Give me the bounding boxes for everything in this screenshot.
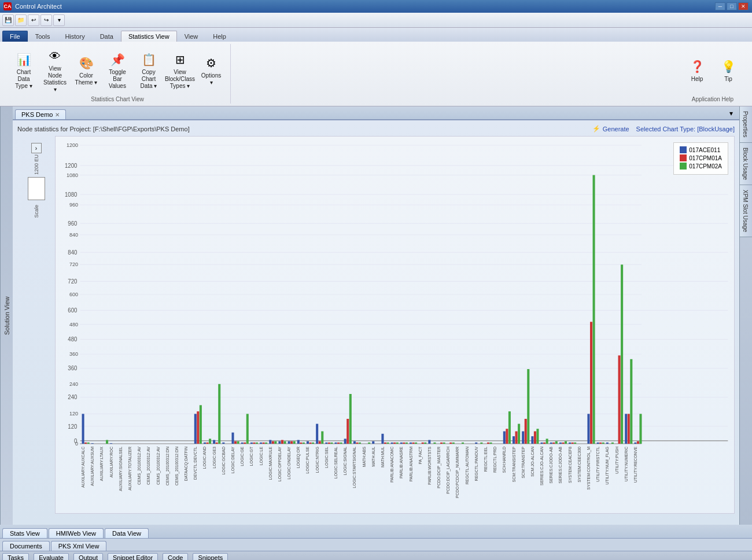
generate-button[interactable]: ⚡ Generate xyxy=(592,125,629,132)
main-area: Solution View PKS Demo ✕ ▾ Node statisti… xyxy=(0,106,752,525)
xpm-slot-usage-tab[interactable]: XPM Slot Usage xyxy=(740,185,752,237)
copy-chart-data-icon: 📋 xyxy=(139,50,158,69)
stats-view-tab[interactable]: Stats View xyxy=(2,528,47,538)
window-controls: ─ □ ✕ xyxy=(715,2,749,10)
scale-label: Scale xyxy=(34,205,39,218)
quick-access-toolbar: 💾 📁 ↩ ↪ ▾ xyxy=(0,13,752,28)
view-block-class-button[interactable]: ⊞ View Block/ClassTypes ▾ xyxy=(165,49,194,91)
solution-view-sidebar[interactable]: Solution View xyxy=(0,106,13,525)
view-block-class-label: View Block/ClassTypes ▾ xyxy=(165,69,195,90)
document-tab-label: PKS Demo xyxy=(21,111,53,118)
maximize-button[interactable]: □ xyxy=(727,2,737,10)
title-bar: CA Control Architect ─ □ ✕ xyxy=(0,0,752,13)
document-tab-bar: PKS Demo ✕ ▾ xyxy=(13,106,739,120)
chart-svg-container: 017ACE011 017CPM01A 017CPM02A xyxy=(55,136,735,514)
eu-label: 1200 EU xyxy=(34,154,39,175)
view-node-statistics-button[interactable]: 👁 View NodeStatistics ▾ xyxy=(40,45,69,95)
hmiweb-view-tab[interactable]: HMIWeb View xyxy=(49,528,104,538)
options-icon: ⚙ xyxy=(202,54,220,72)
bar-chart-canvas xyxy=(56,137,734,513)
generate-icon: ⚡ xyxy=(592,125,600,132)
scale-box xyxy=(28,177,45,200)
ribbon-group-label-help: Application Help xyxy=(692,96,733,102)
qat-open[interactable]: 📁 xyxy=(15,14,27,26)
tab-history[interactable]: History xyxy=(57,31,92,42)
evaluate-button[interactable]: Evaluate xyxy=(34,553,69,561)
tab-tools[interactable]: Tools xyxy=(28,31,58,42)
color-theme-icon: 🎨 xyxy=(77,54,95,72)
qat-redo[interactable]: ↪ xyxy=(40,14,52,26)
color-theme-label: ColorTheme ▾ xyxy=(75,72,98,86)
toggle-bar-values-button[interactable]: 📌 ToggleBar Values xyxy=(103,49,132,91)
expand-scale-button[interactable]: › xyxy=(31,143,42,153)
center-panel: PKS Demo ✕ ▾ Node statistics for Project… xyxy=(13,106,739,525)
help-label: Help xyxy=(691,76,703,83)
color-theme-button[interactable]: 🎨 ColorTheme ▾ xyxy=(72,52,101,88)
view-tab-bar: Stats View HMIWeb View Data View xyxy=(0,525,752,539)
chart-actions: ⚡ Generate Selected Chart Type: [BlockUs… xyxy=(592,125,735,132)
ribbon-group-label-stats: Statistics Chart View xyxy=(91,96,144,102)
chart-container: › 1200 EU Scale 017ACE011 xyxy=(17,136,735,514)
qat-more[interactable]: ▾ xyxy=(53,14,65,26)
bottom-toolbar: Tasks Evaluate Output Snippet Editor Cod… xyxy=(0,551,752,560)
ribbon-group-items: 📊 Chart DataType ▾ 👁 View NodeStatistics… xyxy=(9,45,226,95)
tab-view[interactable]: View xyxy=(177,31,206,42)
document-tab-close[interactable]: ✕ xyxy=(55,112,60,118)
chart-area: Node statistics for Project: [F:\Shell\F… xyxy=(13,120,739,525)
ribbon-group-statistics-chart-view: 📊 Chart DataType ▾ 👁 View NodeStatistics… xyxy=(5,44,231,104)
view-node-statistics-icon: 👁 xyxy=(46,47,64,65)
properties-sidebar: Properties Block Usage XPM Slot Usage xyxy=(739,106,752,525)
view-block-class-icon: ⊞ xyxy=(171,50,189,69)
qat-undo[interactable]: ↩ xyxy=(28,14,39,26)
options-button[interactable]: ⚙ Options▾ xyxy=(197,52,226,88)
options-label: Options▾ xyxy=(201,72,221,86)
output-button[interactable]: Output xyxy=(73,553,103,561)
snippets-button[interactable]: Snippets xyxy=(193,553,228,561)
tab-dropdown-arrow[interactable]: ▾ xyxy=(725,108,737,119)
copy-chart-data-button[interactable]: 📋 Copy ChartData ▾ xyxy=(134,49,163,91)
view-node-statistics-label: View NodeStatistics ▾ xyxy=(42,65,68,93)
chart-data-type-icon: 📊 xyxy=(14,50,33,69)
ribbon-content: 📊 Chart DataType ▾ 👁 View NodeStatistics… xyxy=(0,42,752,106)
chart-data-type-label: Chart DataType ▾ xyxy=(11,69,36,90)
node-stats-label: Node statistics for Project: [F:\Shell\F… xyxy=(17,126,190,132)
toggle-bar-values-label: ToggleBar Values xyxy=(105,69,130,90)
copy-chart-data-label: Copy ChartData ▾ xyxy=(136,69,161,90)
documents-tab[interactable]: Documents xyxy=(2,541,50,551)
app-title: Control Architect xyxy=(15,3,712,10)
tab-statistics-view[interactable]: Statistics View xyxy=(121,31,177,42)
help-button[interactable]: ❓ Help xyxy=(683,56,712,84)
ribbon-group-help-items: ❓ Help 💡 Tip xyxy=(683,45,743,95)
code-button[interactable]: Code xyxy=(163,553,188,561)
help-icon: ❓ xyxy=(688,57,706,76)
tab-data[interactable]: Data xyxy=(93,31,121,42)
qat-save[interactable]: 💾 xyxy=(2,14,14,26)
app-icon: CA xyxy=(3,2,12,10)
data-view-tab[interactable]: Data View xyxy=(105,528,149,538)
tip-button[interactable]: 💡 Tip xyxy=(714,56,743,84)
tab-file[interactable]: File xyxy=(2,31,28,42)
selected-chart-type: Selected Chart Type: [BlockUsage] xyxy=(636,126,735,132)
properties-tab[interactable]: Properties xyxy=(740,106,752,143)
minimize-button[interactable]: ─ xyxy=(715,2,725,10)
toggle-bar-values-icon: 📌 xyxy=(108,50,127,69)
tasks-button[interactable]: Tasks xyxy=(2,553,29,561)
tip-icon: 💡 xyxy=(719,57,738,76)
pks-xml-view-tab[interactable]: PKS Xml View xyxy=(51,541,107,551)
tab-help[interactable]: Help xyxy=(205,31,234,42)
document-tab-pks-demo[interactable]: PKS Demo ✕ xyxy=(15,109,66,119)
ribbon-group-help: ❓ Help 💡 Tip Application Help xyxy=(678,44,747,104)
ribbon-tab-bar: File Tools History Data Statistics View … xyxy=(0,28,752,42)
chart-data-type-button[interactable]: 📊 Chart DataType ▾ xyxy=(9,49,38,91)
block-usage-tab[interactable]: Block Usage xyxy=(740,143,752,185)
chart-header: Node statistics for Project: [F:\Shell\F… xyxy=(17,125,735,132)
ribbon: File Tools History Data Statistics View … xyxy=(0,28,752,106)
scale-panel: › 1200 EU Scale xyxy=(17,136,55,514)
docs-tab-bar: Documents PKS Xml View xyxy=(0,539,752,551)
generate-label: Generate xyxy=(603,126,629,132)
snippet-editor-button[interactable]: Snippet Editor xyxy=(108,553,158,561)
tip-label: Tip xyxy=(724,76,732,83)
close-button[interactable]: ✕ xyxy=(738,2,749,10)
